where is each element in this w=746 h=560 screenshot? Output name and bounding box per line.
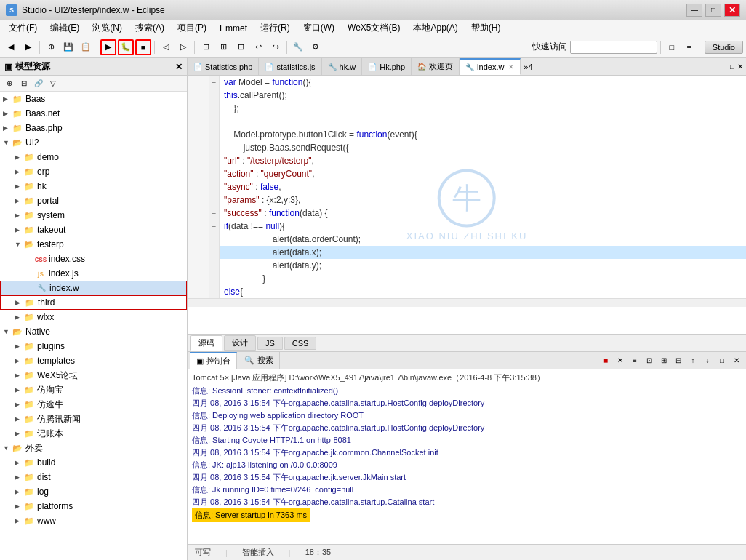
sidebar-new-btn[interactable]: ⊕ (3, 77, 16, 90)
menu-emmet[interactable]: Emmet (214, 22, 253, 35)
tree-item-third[interactable]: ▶ 📁 third (0, 295, 187, 310)
tab-hk-w[interactable]: 🔧 hk.w (322, 58, 363, 75)
tree-item-index-css[interactable]: css index.css (0, 252, 187, 266)
panel-tab-console[interactable]: ▣ 控制台 (190, 352, 237, 369)
sidebar-link-btn[interactable]: 🔗 (32, 77, 45, 90)
menu-localapp[interactable]: 本地App(A) (407, 20, 463, 36)
tab-js[interactable]: JS (257, 337, 283, 350)
tree-item-fang-tucheng[interactable]: ▶ 📁 仿途牛 (0, 397, 187, 412)
minimize-button[interactable]: — (686, 4, 702, 17)
tab-css[interactable]: CSS (284, 337, 317, 350)
panel-scroll-down-btn[interactable]: ↓ (701, 354, 714, 367)
menu-run[interactable]: 运行(R) (254, 20, 296, 36)
tree-item-index-w[interactable]: 🔧 index.w (0, 281, 187, 295)
tab-source[interactable]: 源码 (190, 335, 222, 351)
tree-item-www[interactable]: ▶ 📁 www (0, 513, 187, 528)
sidebar-filter-btn[interactable]: ▽ (47, 77, 60, 90)
tab-index-w[interactable]: 🔧 index.w ✕ (460, 58, 521, 75)
tree-item-zhanghu[interactable]: ▶ 📁 记账本 (0, 426, 187, 441)
toolbar-btn-2[interactable]: ▶ (20, 39, 36, 55)
code-editor[interactable]: 牛 XIAO NIU ZHI SHI KU − var Model = func… (188, 76, 746, 334)
title-bar-controls[interactable]: — □ ✕ (686, 4, 740, 17)
tree-item-baas-net[interactable]: ▶ 📁 Baas.net (0, 106, 187, 121)
toolbar-btn-7[interactable]: ⊞ (215, 39, 231, 55)
tree-item-log[interactable]: ▶ 📁 log (0, 484, 187, 499)
fold-btn[interactable]: − (209, 220, 220, 233)
maximize-button[interactable]: □ (705, 4, 721, 17)
toolbar-btn-fwd[interactable]: ▷ (175, 39, 191, 55)
tab-welcome[interactable]: 🏠 欢迎页 (412, 58, 460, 75)
toolbar-btn-5[interactable]: 📋 (78, 39, 94, 55)
editor-max-icon[interactable]: □ (730, 63, 734, 71)
tree-item-demo[interactable]: ▶ 📁 demo (0, 150, 187, 164)
tab-statistics-php[interactable]: 📄 Statistics.php (188, 58, 259, 75)
fold-btn[interactable]: − (209, 207, 220, 220)
fold-btn[interactable]: − (209, 128, 220, 141)
tree-item-testerp[interactable]: ▼ 📂 testerp (0, 237, 187, 252)
menu-help[interactable]: 帮助(H) (465, 20, 507, 36)
search-input[interactable] (570, 41, 657, 54)
tree-item-wex5-luntan[interactable]: ▶ 📁 WeX5论坛 (0, 368, 187, 383)
tree-item-native[interactable]: ▼ 📂 Native (0, 324, 187, 339)
panel-btn-5[interactable]: ⊞ (657, 354, 670, 367)
toolbar-debug-btn[interactable]: 🐛 (118, 39, 134, 55)
tree-item-plugins[interactable]: ▶ 📁 plugins (0, 339, 187, 353)
tree-item-build[interactable]: ▶ 📁 build (0, 455, 187, 470)
toolbar-btn-14[interactable]: ≡ (681, 39, 697, 55)
menu-file[interactable]: 文件(F) (3, 20, 43, 36)
panel-clear-btn[interactable]: ✕ (614, 354, 627, 367)
editor-close-icon[interactable]: ✕ (737, 63, 743, 71)
toolbar-btn-11[interactable]: 🔧 (290, 39, 306, 55)
tree-item-baas-php[interactable]: ▶ 📁 Baas.php (0, 121, 187, 135)
panel-close-btn[interactable]: ✕ (730, 354, 743, 367)
tree-item-fang-taobao[interactable]: ▶ 📁 仿淘宝 (0, 383, 187, 397)
tree-item-index-js[interactable]: js index.js (0, 266, 187, 281)
toolbar-btn-8[interactable]: ⊟ (233, 39, 249, 55)
toolbar-btn-10[interactable]: ↪ (268, 39, 284, 55)
menu-search[interactable]: 搜索(A) (129, 20, 170, 36)
menu-window[interactable]: 窗口(W) (297, 20, 340, 36)
menu-project[interactable]: 项目(P) (172, 20, 212, 36)
sidebar-menu-icon[interactable]: ✕ (175, 62, 183, 72)
horizontal-scrollbar[interactable] (188, 298, 746, 307)
panel-tab-search[interactable]: 🔍 搜索 (238, 352, 280, 369)
tree-item-waimai[interactable]: ▼ 📂 外卖 (0, 441, 187, 455)
tree-item-takeout[interactable]: ▶ 📁 takeout (0, 223, 187, 237)
toolbar-btn-1[interactable]: ◀ (3, 39, 19, 55)
tree-item-platforms[interactable]: ▶ 📁 platforms (0, 499, 187, 513)
tree-item-templates[interactable]: ▶ 📁 templates (0, 353, 187, 368)
close-button[interactable]: ✕ (724, 4, 740, 17)
tab-hk-php[interactable]: 📄 Hk.php (362, 58, 412, 75)
studio-button[interactable]: Studio (705, 41, 743, 54)
tree-item-ui2[interactable]: ▼ 📂 UI2 (0, 135, 187, 150)
panel-btn-4[interactable]: ⊡ (643, 354, 656, 367)
toolbar-btn-13[interactable]: □ (664, 39, 680, 55)
tab-design[interactable]: 设计 (224, 335, 256, 351)
sidebar-collapse-btn[interactable]: ⊟ (17, 77, 31, 90)
menu-edit[interactable]: 编辑(E) (44, 20, 85, 36)
menu-wex5docs[interactable]: WeX5文档(B) (342, 20, 406, 36)
tree-item-erp[interactable]: ▶ 📁 erp (0, 164, 187, 179)
tree-item-wlxx[interactable]: ▶ 📁 wlxx (0, 310, 187, 324)
toolbar-btn-6[interactable]: ⊡ (198, 39, 214, 55)
toolbar-run-btn[interactable]: ▶ (100, 39, 116, 55)
tree-item-portal[interactable]: ▶ 📁 portal (0, 193, 187, 208)
toolbar-btn-9[interactable]: ↩ (250, 39, 266, 55)
toolbar-btn-4[interactable]: 💾 (60, 39, 76, 55)
toolbar-btn-12[interactable]: ⚙ (308, 39, 324, 55)
tab-more-button[interactable]: »4 (521, 58, 535, 75)
panel-menu-btn[interactable]: ≡ (628, 354, 641, 367)
menu-browse[interactable]: 浏览(N) (87, 20, 128, 36)
fold-btn[interactable]: − (209, 141, 220, 154)
console-content[interactable]: Tomcat 5× [Java 应用程序] D:\work\WeX5_4917\… (188, 369, 746, 544)
panel-btn-6[interactable]: ⊟ (672, 354, 685, 367)
tree-item-system[interactable]: ▶ 📁 system (0, 208, 187, 223)
panel-max-btn[interactable]: □ (715, 354, 729, 367)
panel-stop-btn[interactable]: ■ (599, 354, 612, 367)
toolbar-btn-back[interactable]: ◁ (158, 39, 174, 55)
panel-scroll-up-btn[interactable]: ↑ (686, 354, 699, 367)
tab-close-icon[interactable]: ✕ (508, 63, 514, 71)
tree-item-baas[interactable]: ▶ 📁 Baas (0, 92, 187, 106)
tree-item-xinwen[interactable]: ▶ 📁 仿腾讯新闻 (0, 412, 187, 426)
toolbar-stop-btn[interactable]: ■ (135, 39, 151, 55)
